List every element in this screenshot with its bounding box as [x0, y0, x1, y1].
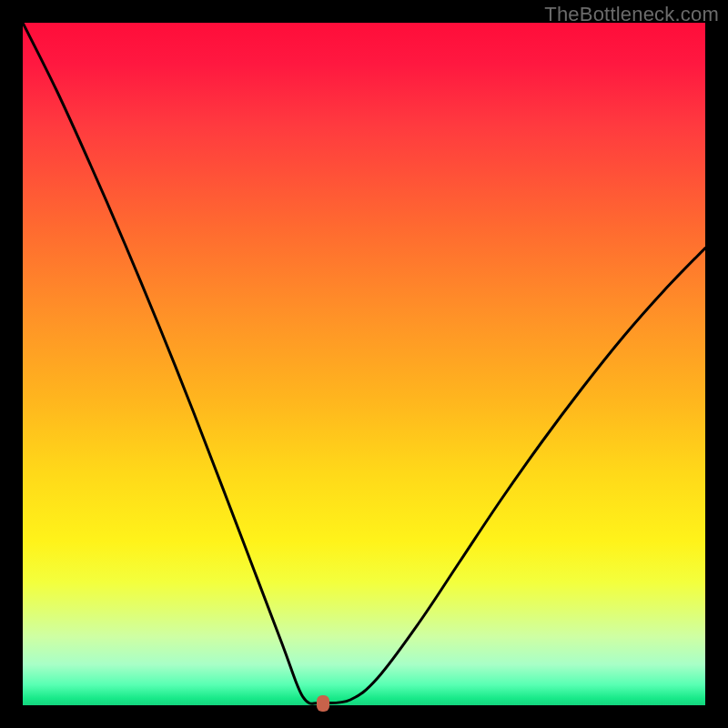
curve-path [23, 23, 705, 703]
bottleneck-curve [23, 23, 705, 705]
plot-area [23, 23, 705, 705]
chart-frame: TheBottleneck.com [0, 0, 728, 728]
watermark-text: TheBottleneck.com [544, 3, 719, 26]
optimal-point-marker [317, 695, 329, 712]
